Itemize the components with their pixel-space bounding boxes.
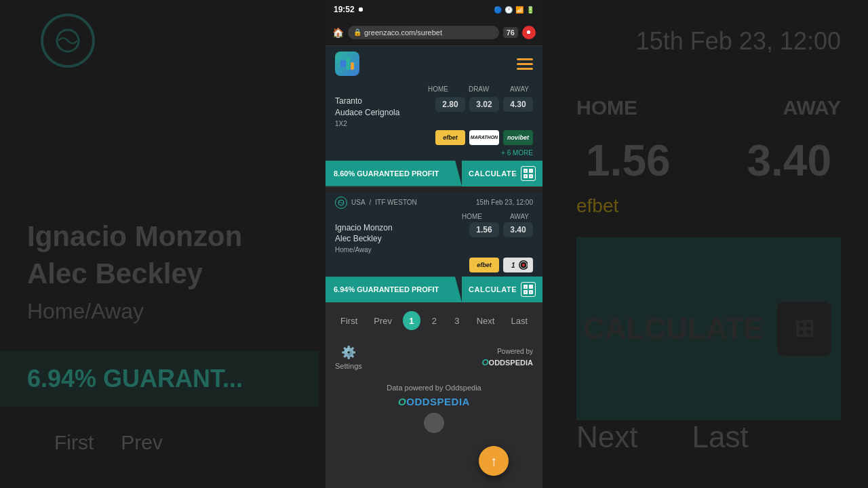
bg-tennis-icon <box>41 14 95 68</box>
app-content: HOME DRAW AWAY Taranto Audace Cerignola … <box>326 46 542 488</box>
calculate-icon-card1: + - × = <box>521 166 536 181</box>
bg-away-odd: 3.40 <box>747 136 831 186</box>
svg-text:1: 1 <box>511 262 515 269</box>
match-type-card1: 1X2 <box>335 120 435 127</box>
calc-cell-1: + <box>524 169 528 173</box>
scroll-indicator <box>424 413 444 433</box>
profit-text-card2: 6.94% GUARANTEED PROFIT <box>334 285 439 293</box>
bg-date: 15th Feb 23, 12:00 <box>576 27 841 56</box>
calc-cell-c2-1: + <box>524 285 528 289</box>
settings-icon: ⚙️ <box>341 345 356 360</box>
app-logo-container <box>335 52 359 76</box>
profit-bar-card2: 6.94% GUARANTEED PROFIT CALCULATE + - × … <box>326 277 542 302</box>
calculate-icon-card2: + - × = <box>521 282 536 297</box>
browser-home-button[interactable]: 🏠 <box>332 27 344 38</box>
bg-calculate-text: CALCULATE <box>583 312 764 346</box>
svg-point-7 <box>522 264 525 266</box>
fab-scroll-top-button[interactable]: ↑ <box>479 446 509 476</box>
status-icons: 🔵 🕐 📶 🔋 <box>494 6 534 14</box>
settings-row: ⚙️ Settings Powered by OODDSPEDIA <box>326 338 542 377</box>
more-link-card1[interactable]: + 6 MORE <box>326 149 542 161</box>
match-card-1: HOME DRAW AWAY Taranto Audace Cerignola … <box>326 81 542 187</box>
browser-url-bar[interactable]: 🔒 greenzaco.com/surebet <box>348 26 499 39</box>
calculate-section-card1[interactable]: CALCULATE + - × = <box>462 161 542 186</box>
away-odd-card1[interactable]: 4.30 <box>503 97 533 112</box>
phone-container: 19:52 ⏺ 🔵 🕐 📶 🔋 🏠 🔒 greenzaco.com/surebe… <box>326 0 542 488</box>
svg-rect-3 <box>351 62 354 70</box>
next-page-button[interactable]: Next <box>471 313 500 329</box>
calculate-label-card1: CALCULATE <box>469 169 517 178</box>
settings-button[interactable]: ⚙️ Settings <box>335 345 362 370</box>
home-label-card1: HOME <box>425 85 452 93</box>
fab-arrow-icon: ↑ <box>490 453 497 469</box>
calculate-label-card2: CALCULATE <box>469 285 517 293</box>
url-text: greenzaco.com/surebet <box>364 28 442 37</box>
app-logo <box>335 52 359 76</box>
team2-card1: Audace Cerignola <box>335 107 435 119</box>
league-card2: USA <box>351 199 366 206</box>
home-odd-card1[interactable]: 2.80 <box>435 97 465 112</box>
home-label-card2: HOME <box>458 213 486 220</box>
calc-cell-4: = <box>529 174 533 178</box>
date-card2: 15th Feb 23, 12:00 <box>476 199 533 206</box>
sport-icon-card2 <box>335 197 347 209</box>
profit-bar-card1: 8.60% GUARANTEED PROFIT CALCULATE + - × … <box>326 161 542 186</box>
hamburger-menu[interactable] <box>517 58 533 70</box>
oddspedia-logo-footer: OODDSPEDIA <box>335 396 533 407</box>
footer-section: Data powered by Oddspedia OODDSPEDIA <box>326 377 542 443</box>
bg-away-label: AWAY <box>783 96 841 119</box>
bookmaker-10bet-card2: 1 <box>503 258 533 272</box>
bg-home-odd: 1.56 <box>586 136 671 186</box>
page-3-button[interactable]: 3 <box>448 311 466 330</box>
data-powered-text: Data powered by Oddspedia <box>335 384 533 392</box>
first-page-button[interactable]: First <box>335 313 363 329</box>
bookmaker-efbet-card2: efbet <box>469 258 499 272</box>
hamburger-line-2 <box>517 63 533 65</box>
calc-cell-c2-3: × <box>524 290 528 294</box>
team1-card1: Taranto <box>335 96 435 107</box>
bg-player1: Ignacio Monzon <box>27 218 292 256</box>
draw-odd-card1[interactable]: 3.02 <box>469 97 499 112</box>
bg-calc-icon: ⊞ <box>777 302 831 356</box>
profit-section-card2: 6.94% GUARANTEED PROFIT <box>326 277 462 302</box>
calc-cell-2: - <box>529 169 533 173</box>
match-card-2: USA / ITF WESTON 15th Feb 23, 12:00 HOME… <box>326 192 542 304</box>
bg-left-pagination: First Prev <box>0 418 319 468</box>
away-label-card1: AWAY <box>506 85 533 93</box>
browser-bar: 🏠 🔒 greenzaco.com/surebet 76 ⏺ <box>326 19 542 46</box>
team2-card2: Alec Beckley <box>335 233 462 245</box>
svg-rect-1 <box>340 60 346 67</box>
draw-label-card1: DRAW <box>465 85 492 93</box>
lock-icon: 🔒 <box>353 28 361 36</box>
bookmaker-novibet-card1: novibet <box>503 130 533 145</box>
profit-text-card1: 8.60% GUARANTEED PROFIT <box>334 169 439 178</box>
prev-page-button[interactable]: Prev <box>368 313 397 329</box>
last-page-button[interactable]: Last <box>505 313 533 329</box>
bg-last: Last <box>692 420 748 454</box>
oddspedia-logo-header: OODDSPEDIA <box>481 357 533 367</box>
page-2-button[interactable]: 2 <box>426 311 443 330</box>
hamburger-line-1 <box>517 58 533 60</box>
calc-cell-c2-4: = <box>529 290 533 294</box>
page-1-button[interactable]: 1 <box>403 311 420 330</box>
tab-count[interactable]: 76 <box>503 27 518 38</box>
calculate-section-card2[interactable]: CALCULATE + - × = <box>462 277 542 302</box>
status-bar: 19:52 ⏺ 🔵 🕐 📶 🔋 <box>326 0 542 19</box>
bookmaker-efbet-card1: efbet <box>435 130 465 145</box>
hamburger-line-3 <box>517 68 533 70</box>
status-time: 19:52 ⏺ <box>334 5 363 14</box>
home-odd-card2[interactable]: 1.56 <box>469 222 499 237</box>
settings-label: Settings <box>335 362 362 370</box>
team1-card2: Ignacio Monzon <box>335 222 462 234</box>
powered-by-text: Powered by <box>481 348 533 355</box>
tournament-card2: ITF WESTON <box>375 199 416 206</box>
away-odd-card2[interactable]: 3.40 <box>503 222 533 237</box>
profit-section-card1: 8.60% GUARANTEED PROFIT <box>326 161 462 186</box>
bg-match-type: Home/Away <box>27 299 292 324</box>
bg-profit-text: 6.94% GUARANT... <box>0 351 319 407</box>
away-label-card2: AWAY <box>506 213 533 220</box>
bg-next: Next <box>576 420 637 454</box>
record-button[interactable]: ⏺ <box>522 26 536 39</box>
bg-bookmaker: efbet <box>576 195 841 217</box>
match-type-card2: Home/Away <box>335 246 462 253</box>
